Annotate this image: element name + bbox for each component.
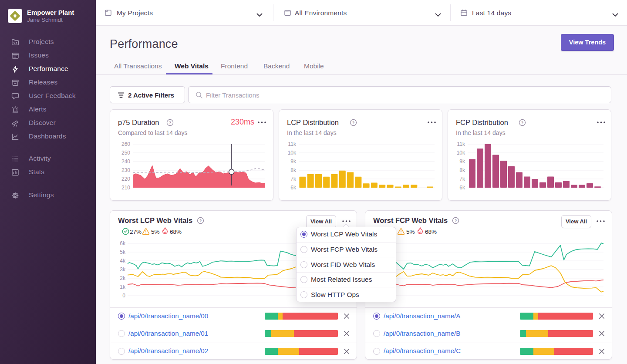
svg-text:210: 210	[121, 185, 130, 191]
svg-text:260: 260	[121, 141, 130, 147]
svg-text:230: 230	[121, 167, 130, 173]
svg-text:4k: 4k	[120, 258, 126, 264]
svg-text:9k: 9k	[459, 158, 465, 165]
svg-text:220: 220	[121, 176, 130, 182]
svg-text:7k: 7k	[459, 176, 465, 182]
svg-text:10k: 10k	[457, 150, 465, 156]
svg-text:?: ?	[455, 218, 457, 223]
svg-text:?: ?	[199, 218, 202, 223]
svg-text:1k: 1k	[120, 284, 126, 290]
svg-text:9k: 9k	[290, 158, 297, 165]
svg-text:6k: 6k	[290, 185, 297, 191]
svg-text:10k: 10k	[288, 150, 297, 156]
svg-text:11k: 11k	[457, 141, 465, 147]
svg-text:6k: 6k	[120, 240, 126, 246]
svg-text:5k: 5k	[120, 249, 126, 255]
svg-text:3k: 3k	[120, 266, 126, 273]
svg-text:250: 250	[121, 150, 130, 156]
svg-text:2k: 2k	[120, 275, 126, 281]
svg-text:8k: 8k	[459, 167, 465, 173]
svg-text:?: ?	[352, 120, 355, 125]
svg-text:6k: 6k	[459, 185, 465, 191]
svg-text:?: ?	[521, 120, 524, 125]
svg-text:240: 240	[121, 158, 130, 165]
svg-text:0: 0	[122, 293, 125, 299]
svg-text:11k: 11k	[288, 141, 297, 147]
svg-text:7k: 7k	[290, 176, 297, 182]
svg-text:8k: 8k	[290, 167, 297, 173]
svg-text:?: ?	[169, 120, 172, 125]
